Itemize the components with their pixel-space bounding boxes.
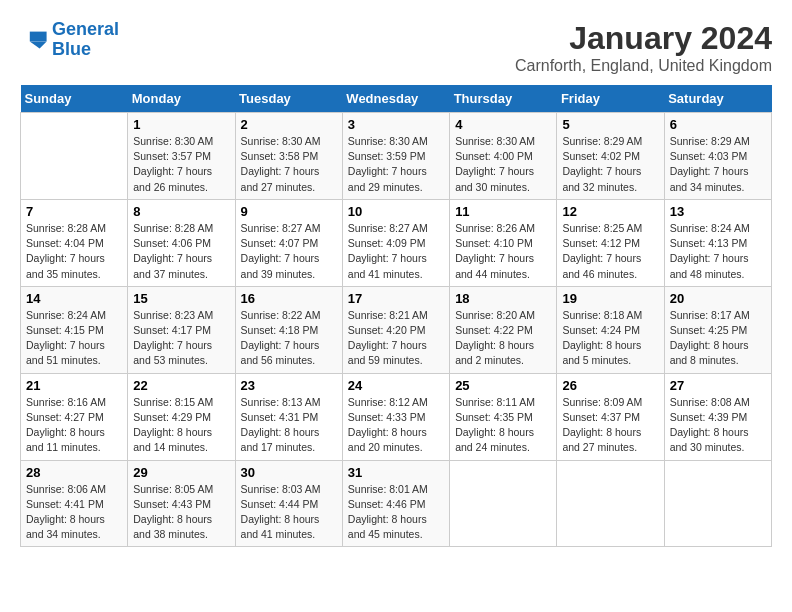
calendar-week-row: 28Sunrise: 8:06 AMSunset: 4:41 PMDayligh… xyxy=(21,460,772,547)
day-info: Sunrise: 8:23 AMSunset: 4:17 PMDaylight:… xyxy=(133,308,229,369)
day-info: Sunrise: 8:24 AMSunset: 4:15 PMDaylight:… xyxy=(26,308,122,369)
day-info: Sunrise: 8:30 AMSunset: 3:57 PMDaylight:… xyxy=(133,134,229,195)
calendar-cell: 16Sunrise: 8:22 AMSunset: 4:18 PMDayligh… xyxy=(235,286,342,373)
day-number: 17 xyxy=(348,291,444,306)
calendar-cell: 2Sunrise: 8:30 AMSunset: 3:58 PMDaylight… xyxy=(235,113,342,200)
calendar-week-row: 21Sunrise: 8:16 AMSunset: 4:27 PMDayligh… xyxy=(21,373,772,460)
calendar-subtitle: Carnforth, England, United Kingdom xyxy=(515,57,772,75)
calendar-cell: 30Sunrise: 8:03 AMSunset: 4:44 PMDayligh… xyxy=(235,460,342,547)
day-number: 5 xyxy=(562,117,658,132)
calendar-cell: 25Sunrise: 8:11 AMSunset: 4:35 PMDayligh… xyxy=(450,373,557,460)
col-sunday: Sunday xyxy=(21,85,128,113)
day-info: Sunrise: 8:05 AMSunset: 4:43 PMDaylight:… xyxy=(133,482,229,543)
day-info: Sunrise: 8:01 AMSunset: 4:46 PMDaylight:… xyxy=(348,482,444,543)
day-info: Sunrise: 8:28 AMSunset: 4:04 PMDaylight:… xyxy=(26,221,122,282)
calendar-cell xyxy=(450,460,557,547)
day-info: Sunrise: 8:26 AMSunset: 4:10 PMDaylight:… xyxy=(455,221,551,282)
calendar-cell: 28Sunrise: 8:06 AMSunset: 4:41 PMDayligh… xyxy=(21,460,128,547)
day-info: Sunrise: 8:21 AMSunset: 4:20 PMDaylight:… xyxy=(348,308,444,369)
day-number: 29 xyxy=(133,465,229,480)
day-number: 26 xyxy=(562,378,658,393)
col-friday: Friday xyxy=(557,85,664,113)
page-header: General Blue January 2024 Carnforth, Eng… xyxy=(20,20,772,75)
calendar-cell: 22Sunrise: 8:15 AMSunset: 4:29 PMDayligh… xyxy=(128,373,235,460)
col-tuesday: Tuesday xyxy=(235,85,342,113)
day-info: Sunrise: 8:15 AMSunset: 4:29 PMDaylight:… xyxy=(133,395,229,456)
calendar-week-row: 14Sunrise: 8:24 AMSunset: 4:15 PMDayligh… xyxy=(21,286,772,373)
day-number: 7 xyxy=(26,204,122,219)
day-info: Sunrise: 8:25 AMSunset: 4:12 PMDaylight:… xyxy=(562,221,658,282)
day-info: Sunrise: 8:17 AMSunset: 4:25 PMDaylight:… xyxy=(670,308,766,369)
svg-marker-0 xyxy=(30,31,47,41)
logo-text: General Blue xyxy=(52,20,119,60)
logo: General Blue xyxy=(20,20,119,60)
calendar-cell xyxy=(557,460,664,547)
logo-line2: Blue xyxy=(52,39,91,59)
day-number: 2 xyxy=(241,117,337,132)
calendar-cell: 3Sunrise: 8:30 AMSunset: 3:59 PMDaylight… xyxy=(342,113,449,200)
calendar-table: Sunday Monday Tuesday Wednesday Thursday… xyxy=(20,85,772,547)
calendar-cell: 19Sunrise: 8:18 AMSunset: 4:24 PMDayligh… xyxy=(557,286,664,373)
day-number: 4 xyxy=(455,117,551,132)
calendar-cell: 23Sunrise: 8:13 AMSunset: 4:31 PMDayligh… xyxy=(235,373,342,460)
day-info: Sunrise: 8:11 AMSunset: 4:35 PMDaylight:… xyxy=(455,395,551,456)
day-info: Sunrise: 8:29 AMSunset: 4:03 PMDaylight:… xyxy=(670,134,766,195)
day-number: 6 xyxy=(670,117,766,132)
calendar-cell: 20Sunrise: 8:17 AMSunset: 4:25 PMDayligh… xyxy=(664,286,771,373)
day-info: Sunrise: 8:27 AMSunset: 4:09 PMDaylight:… xyxy=(348,221,444,282)
day-info: Sunrise: 8:08 AMSunset: 4:39 PMDaylight:… xyxy=(670,395,766,456)
col-wednesday: Wednesday xyxy=(342,85,449,113)
day-info: Sunrise: 8:16 AMSunset: 4:27 PMDaylight:… xyxy=(26,395,122,456)
day-number: 20 xyxy=(670,291,766,306)
calendar-cell: 6Sunrise: 8:29 AMSunset: 4:03 PMDaylight… xyxy=(664,113,771,200)
calendar-title: January 2024 xyxy=(515,20,772,57)
day-info: Sunrise: 8:09 AMSunset: 4:37 PMDaylight:… xyxy=(562,395,658,456)
day-number: 19 xyxy=(562,291,658,306)
calendar-cell: 24Sunrise: 8:12 AMSunset: 4:33 PMDayligh… xyxy=(342,373,449,460)
day-info: Sunrise: 8:29 AMSunset: 4:02 PMDaylight:… xyxy=(562,134,658,195)
calendar-cell xyxy=(21,113,128,200)
calendar-cell: 15Sunrise: 8:23 AMSunset: 4:17 PMDayligh… xyxy=(128,286,235,373)
day-number: 16 xyxy=(241,291,337,306)
logo-line1: General xyxy=(52,19,119,39)
calendar-cell: 21Sunrise: 8:16 AMSunset: 4:27 PMDayligh… xyxy=(21,373,128,460)
day-number: 1 xyxy=(133,117,229,132)
day-number: 3 xyxy=(348,117,444,132)
logo-icon xyxy=(20,26,48,54)
day-number: 12 xyxy=(562,204,658,219)
day-number: 15 xyxy=(133,291,229,306)
calendar-week-row: 7Sunrise: 8:28 AMSunset: 4:04 PMDaylight… xyxy=(21,199,772,286)
day-info: Sunrise: 8:12 AMSunset: 4:33 PMDaylight:… xyxy=(348,395,444,456)
day-number: 31 xyxy=(348,465,444,480)
day-info: Sunrise: 8:30 AMSunset: 3:58 PMDaylight:… xyxy=(241,134,337,195)
day-info: Sunrise: 8:03 AMSunset: 4:44 PMDaylight:… xyxy=(241,482,337,543)
calendar-cell: 18Sunrise: 8:20 AMSunset: 4:22 PMDayligh… xyxy=(450,286,557,373)
calendar-cell: 14Sunrise: 8:24 AMSunset: 4:15 PMDayligh… xyxy=(21,286,128,373)
calendar-cell: 26Sunrise: 8:09 AMSunset: 4:37 PMDayligh… xyxy=(557,373,664,460)
title-block: January 2024 Carnforth, England, United … xyxy=(515,20,772,75)
calendar-cell: 4Sunrise: 8:30 AMSunset: 4:00 PMDaylight… xyxy=(450,113,557,200)
calendar-cell: 1Sunrise: 8:30 AMSunset: 3:57 PMDaylight… xyxy=(128,113,235,200)
day-number: 11 xyxy=(455,204,551,219)
calendar-header: Sunday Monday Tuesday Wednesday Thursday… xyxy=(21,85,772,113)
day-number: 30 xyxy=(241,465,337,480)
day-number: 25 xyxy=(455,378,551,393)
day-number: 8 xyxy=(133,204,229,219)
calendar-cell: 5Sunrise: 8:29 AMSunset: 4:02 PMDaylight… xyxy=(557,113,664,200)
day-info: Sunrise: 8:30 AMSunset: 4:00 PMDaylight:… xyxy=(455,134,551,195)
col-monday: Monday xyxy=(128,85,235,113)
day-info: Sunrise: 8:28 AMSunset: 4:06 PMDaylight:… xyxy=(133,221,229,282)
day-number: 10 xyxy=(348,204,444,219)
day-info: Sunrise: 8:24 AMSunset: 4:13 PMDaylight:… xyxy=(670,221,766,282)
calendar-cell: 7Sunrise: 8:28 AMSunset: 4:04 PMDaylight… xyxy=(21,199,128,286)
day-info: Sunrise: 8:13 AMSunset: 4:31 PMDaylight:… xyxy=(241,395,337,456)
day-info: Sunrise: 8:22 AMSunset: 4:18 PMDaylight:… xyxy=(241,308,337,369)
day-number: 23 xyxy=(241,378,337,393)
day-number: 9 xyxy=(241,204,337,219)
calendar-cell: 31Sunrise: 8:01 AMSunset: 4:46 PMDayligh… xyxy=(342,460,449,547)
day-number: 18 xyxy=(455,291,551,306)
col-thursday: Thursday xyxy=(450,85,557,113)
day-info: Sunrise: 8:30 AMSunset: 3:59 PMDaylight:… xyxy=(348,134,444,195)
calendar-cell: 10Sunrise: 8:27 AMSunset: 4:09 PMDayligh… xyxy=(342,199,449,286)
calendar-cell: 27Sunrise: 8:08 AMSunset: 4:39 PMDayligh… xyxy=(664,373,771,460)
